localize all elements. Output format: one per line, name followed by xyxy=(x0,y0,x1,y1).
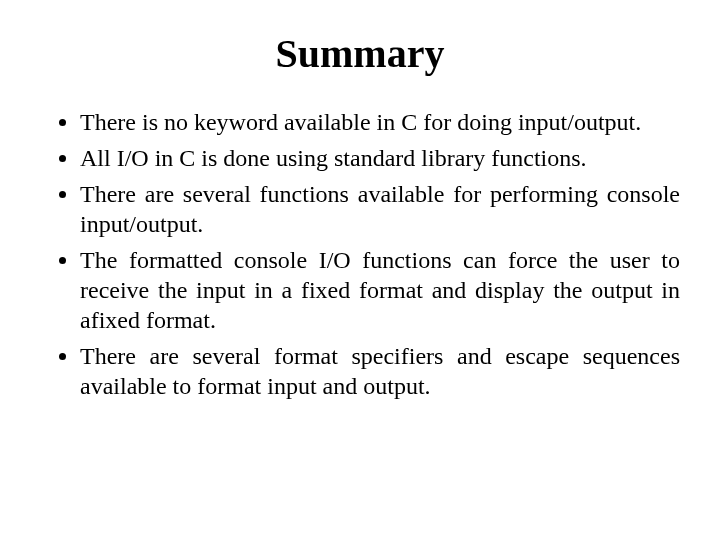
slide: Summary There is no keyword available in… xyxy=(0,0,720,540)
bullet-list: There is no keyword available in C for d… xyxy=(40,107,680,401)
list-item: The formatted console I/O functions can … xyxy=(80,245,680,335)
list-item: There is no keyword available in C for d… xyxy=(80,107,680,137)
slide-title: Summary xyxy=(40,30,680,77)
list-item: All I/O in C is done using standard libr… xyxy=(80,143,680,173)
list-item: There are several functions available fo… xyxy=(80,179,680,239)
list-item: There are several format specifiers and … xyxy=(80,341,680,401)
